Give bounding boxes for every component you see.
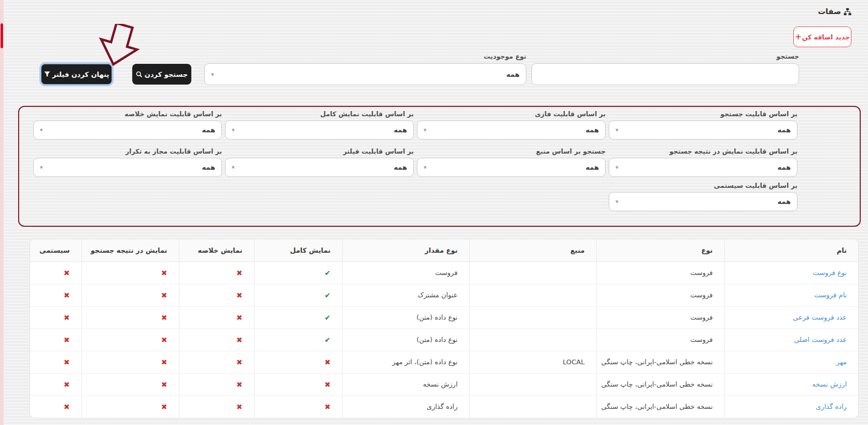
entity-type-select[interactable]: همه ▾ [204,63,526,85]
attribute-value-type: عنوان مشترک [342,284,469,306]
attribute-type: فروست [596,284,724,306]
filter-select-repeatable[interactable]: همه ▾ [33,158,222,177]
page: صفات جدید اضافه کن + جستجو نوع موجودیت ه… [0,0,868,425]
filter-select-value: همه [777,163,791,171]
entity-type-value: همه [506,71,520,78]
full-display-mark: ✔ [254,306,342,328]
chevron-down-icon: ▾ [40,164,43,170]
summary-display-mark: ✖ [179,373,254,395]
attribute-name-link[interactable]: نوع فروست [724,262,858,284]
system-mark: ✖ [30,373,81,395]
add-new-button[interactable]: جدید اضافه کن + [793,26,851,47]
chevron-down-icon: ▾ [40,127,43,133]
attribute-name-link[interactable]: ارزش نسخه [724,373,858,395]
filter-label: بر اساس قابلیت نمایش در نتیجه جستجو [609,147,797,155]
page-title-text: صفات [818,7,841,16]
attribute-name-link[interactable]: عدد فروست اصلی [724,328,858,351]
attribute-name-link[interactable]: راده گذاری [724,395,858,418]
filter-select-value: همه [394,126,407,134]
attribute-value-type: نوع داده (متن)، اثر مهر [342,351,469,373]
chevron-down-icon: ▾ [232,164,235,170]
system-mark: ✖ [30,351,81,373]
filter-icon [44,71,50,77]
attribute-type: نسخه خطی اسلامی-ایرانی، چاپ سنگی [596,351,724,373]
filter-select-source[interactable]: همه ▾ [417,158,606,177]
attribute-name-link[interactable]: عدد فروست فرعی [724,306,858,328]
filter-group-summary-display: بر اساس قابلیت نمایش خلاصه همه ▾ [33,110,222,140]
annotation-arrow-icon [89,24,150,67]
filter-select-filter-capability[interactable]: همه ▾ [225,158,414,177]
system-mark: ✖ [30,328,81,351]
table-row: راده گذاری نسخه خطی اسلامی-ایرانی، چاپ س… [30,395,858,418]
filter-label: جستجو بر اساس منبع [417,147,606,155]
attribute-source [469,284,596,306]
full-display-mark: ✖ [254,351,342,373]
search-result-display-mark: ✖ [81,262,179,284]
full-display-mark: ✔ [254,262,342,284]
search-button-label: جستجو کردن [145,71,188,78]
entity-type-label: نوع موجودیت [204,52,526,60]
add-new-label: جدید اضافه کن [802,33,850,41]
chevron-down-icon: ▾ [424,127,427,133]
filter-select-search-capability[interactable]: همه ▾ [609,120,797,140]
filter-label: بر اساس قابلیت نمایش کامل [225,110,414,118]
attribute-value-type: نوع داده (متن) [342,328,469,351]
scrollbar-thumb[interactable] [1,23,3,48]
attribute-name-link[interactable]: نام فروست [724,284,858,306]
attribute-value-type: راده گذاری [342,395,469,418]
filter-group-search-result-display: بر اساس قابلیت نمایش در نتیجه جستجو همه … [609,147,797,177]
table-row: نوع فروست فروست فروست ✔ ✖ ✖ ✖ [30,262,858,284]
filter-select-value: همه [585,126,599,134]
table-row: عدد فروست اصلی فروست نوع داده (متن) ✔ ✖ … [30,328,858,351]
filter-panel: بر اساس قابلیت جستجو همه ▾ بر اساس قابلی… [18,106,861,227]
filter-select-full-display[interactable]: همه ▾ [225,120,414,140]
system-mark: ✖ [30,306,81,328]
column-header-source: منبع [469,239,596,262]
hide-filter-label: پنهان کردن فیلتر [52,71,109,78]
table-row: عدد فروست فرعی فروست نوع داده (متن) ✔ ✖ … [30,306,858,328]
attribute-source [469,395,596,418]
chevron-down-icon: ▾ [615,127,619,133]
filter-select-summary-display[interactable]: همه ▾ [33,120,222,140]
filter-select-value: همه [394,163,407,171]
attribute-type: فروست [596,306,724,328]
system-mark: ✖ [30,284,81,306]
full-display-mark: ✖ [254,395,342,418]
filter-select-value: همه [202,163,215,171]
filter-select-system[interactable]: همه ▾ [609,192,797,211]
summary-display-mark: ✖ [179,351,254,373]
attribute-type: نسخه خطی اسلامی-ایرانی، چاپ سنگی [596,373,724,395]
column-header-name: نام [724,239,858,262]
search-label: جستجو [531,52,799,60]
summary-display-mark: ✖ [179,306,254,328]
summary-display-mark: ✖ [179,284,254,306]
filter-select-value: همه [202,126,215,134]
chevron-down-icon: ▾ [424,164,427,170]
attributes-table: نام نوع منبع نوع مقدار نمایش کامل نمایش … [30,239,858,418]
filter-select-fuzzy-capability[interactable]: همه ▾ [417,120,606,140]
attribute-source [469,306,596,328]
system-mark: ✖ [30,395,81,418]
filter-select-value: همه [777,126,791,134]
attribute-type: نسخه خطی اسلامی-ایرانی، چاپ سنگی [596,395,724,418]
chevron-down-icon: ▾ [615,199,619,204]
search-input[interactable] [531,63,799,85]
attribute-value-type: ارزش نسخه [342,373,469,395]
filter-select-value: همه [777,198,791,205]
plus-icon: + [795,33,802,41]
filter-select-search-result-display[interactable]: همه ▾ [609,158,797,177]
scrollbar-track[interactable] [0,0,4,425]
column-header-full-display: نمایش کامل [254,239,342,262]
attribute-source: LOCAL [469,351,596,373]
chevron-down-icon: ▾ [232,127,235,133]
full-display-mark: ✔ [254,284,342,306]
full-display-mark: ✖ [254,373,342,395]
search-result-display-mark: ✖ [81,351,179,373]
filter-group-full-display: بر اساس قابلیت نمایش کامل همه ▾ [225,110,414,140]
attribute-name-link[interactable]: مهر [724,351,858,373]
attribute-source [469,262,596,284]
filter-group-system: بر اساس قابلیت سیستمی همه ▾ [609,182,797,211]
filter-group-repeatable: بر اساس قابلیت مجاز به تکرار همه ▾ [33,147,222,177]
table-header-row: نام نوع منبع نوع مقدار نمایش کامل نمایش … [30,239,858,262]
page-title: صفات [818,7,851,16]
